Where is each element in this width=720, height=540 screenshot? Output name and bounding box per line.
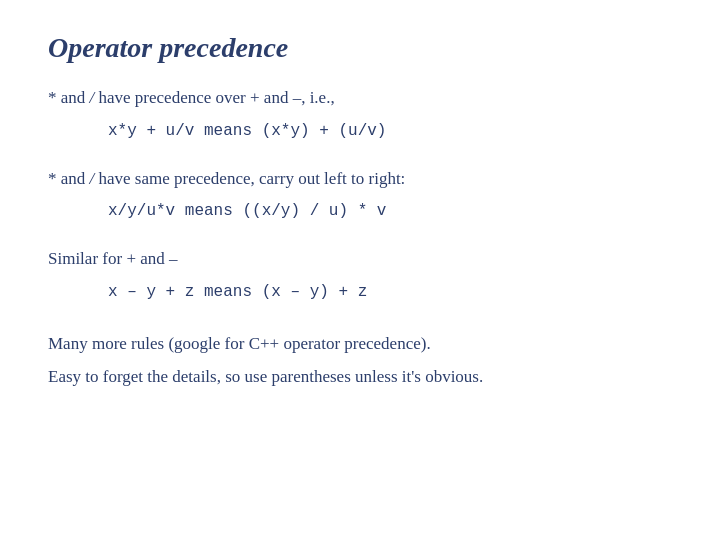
section-similar: Similar for + and – x – y + z means (x –… bbox=[48, 247, 672, 314]
similar-label-text: Similar for + and – bbox=[48, 249, 178, 268]
footer-line-1: Many more rules (google for C++ operator… bbox=[48, 332, 672, 357]
footer-line-2: Easy to forget the details, so use paren… bbox=[48, 365, 672, 390]
similar-label: Similar for + and – bbox=[48, 247, 672, 272]
section-2: * and / have same precedence, carry out … bbox=[48, 167, 672, 234]
bullet-2-text: and / have same precedence, carry out le… bbox=[61, 169, 406, 188]
section-1: * and / have precedence over + and –, i.… bbox=[48, 86, 672, 153]
code-1: x*y + u/v means (x*y) + (u/v) bbox=[108, 119, 672, 143]
bullet-1: * and / have precedence over + and –, i.… bbox=[48, 86, 672, 111]
slide-title: Operator precedence bbox=[48, 32, 672, 64]
star-icon-2: * bbox=[48, 169, 57, 188]
bullet-1-text: and / have precedence over + and –, i.e.… bbox=[61, 88, 335, 107]
bullet-2: * and / have same precedence, carry out … bbox=[48, 167, 672, 192]
slide: Operator precedence * and / have precede… bbox=[0, 0, 720, 540]
star-icon-1: * bbox=[48, 88, 57, 107]
similar-code: x – y + z means (x – y) + z bbox=[108, 280, 672, 304]
code-2: x/y/u*v means ((x/y) / u) * v bbox=[108, 199, 672, 223]
footer-section: Many more rules (google for C++ operator… bbox=[48, 332, 672, 397]
